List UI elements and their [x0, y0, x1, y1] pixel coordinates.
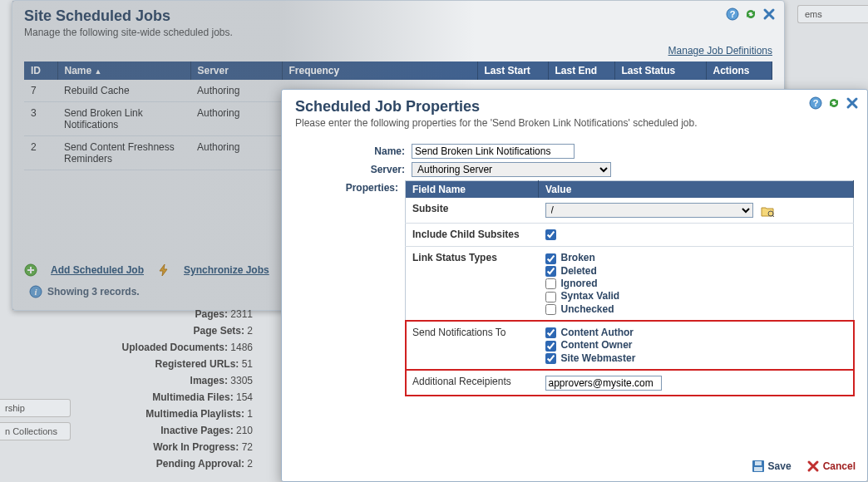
properties-table: Field Name Value Subsite /	[405, 180, 854, 396]
additional-recipients-input[interactable]	[545, 376, 662, 391]
svg-rect-9	[755, 461, 762, 465]
close-icon[interactable]	[762, 7, 776, 21]
send-to-checkbox[interactable]	[545, 353, 556, 364]
name-input[interactable]	[412, 144, 575, 159]
stats-list: Pages: 2311Page Sets: 2Uploaded Document…	[3, 306, 253, 472]
checkbox-label: Syntax Valid	[561, 290, 620, 302]
checkbox-label: Ignored	[561, 278, 598, 289]
col-name[interactable]: Name ▲	[57, 61, 190, 80]
col-last-start[interactable]: Last Start	[477, 61, 548, 80]
svg-text:?: ?	[813, 98, 819, 108]
save-label: Save	[768, 460, 792, 472]
checkbox-label: Content Owner	[561, 339, 633, 351]
refresh-icon[interactable]	[744, 7, 757, 21]
save-icon	[752, 460, 765, 473]
properties-label: Properties:	[295, 180, 405, 194]
col-last-status[interactable]: Last Status	[614, 61, 706, 80]
col-id[interactable]: ID	[24, 61, 57, 80]
lightning-icon	[157, 263, 170, 277]
subsite-label: Subsite	[406, 198, 539, 224]
include-child-label: Include Child Subsites	[406, 224, 539, 247]
svg-text:?: ?	[730, 9, 736, 19]
folder-search-icon[interactable]	[761, 205, 774, 217]
send-to-checkbox[interactable]	[545, 341, 556, 352]
left-nav-fragment: rshipn Collections	[0, 399, 71, 445]
right-tab-fragment: ems	[797, 5, 868, 23]
checkbox-label: Broken	[561, 252, 595, 263]
add-scheduled-job-link[interactable]: Add Scheduled Job	[51, 264, 144, 276]
col-actions[interactable]: Actions	[706, 61, 772, 80]
cancel-button[interactable]: Cancel	[806, 460, 856, 473]
close-icon[interactable]	[846, 96, 859, 110]
showing-text: Showing 3 records.	[47, 286, 140, 298]
server-label: Server:	[295, 162, 412, 175]
job-properties-dialog: ? Scheduled Job Properties Please enter …	[281, 89, 868, 482]
dialog-subtitle: Please enter the following properties fo…	[295, 117, 854, 129]
cancel-label: Cancel	[823, 460, 856, 472]
link-status-checkbox[interactable]	[545, 292, 556, 302]
save-button[interactable]: Save	[752, 460, 792, 473]
svg-rect-10	[754, 467, 762, 471]
add-icon	[24, 263, 37, 277]
row-send-to: Send Notifications To Content AuthorCont…	[406, 321, 854, 370]
col-server[interactable]: Server	[190, 61, 282, 80]
col-name-label: Name	[65, 65, 92, 76]
server-select[interactable]: Authoring Server	[412, 162, 611, 177]
refresh-icon[interactable]	[827, 96, 841, 110]
additional-label: Additional Receipients	[406, 370, 539, 396]
include-child-checkbox[interactable]	[545, 229, 556, 240]
link-status-checkbox[interactable]	[545, 253, 556, 264]
send-to-label: Send Notifications To	[406, 321, 539, 370]
checkbox-label: Site Webmaster	[561, 352, 636, 364]
help-icon[interactable]: ?	[809, 96, 822, 110]
cancel-icon	[806, 460, 820, 473]
link-status-checkbox[interactable]	[545, 278, 556, 289]
col-value: Value	[539, 181, 854, 199]
manage-job-definitions-link[interactable]: Manage Job Definitions	[668, 45, 772, 57]
col-last-end[interactable]: Last End	[548, 61, 614, 80]
help-icon[interactable]: ?	[726, 7, 739, 21]
info-icon: i	[29, 285, 42, 298]
link-status-label: Link Status Types	[406, 247, 539, 322]
col-frequency[interactable]: Frequency	[282, 61, 477, 80]
synchronize-jobs-link[interactable]: Synchronize Jobs	[184, 264, 269, 276]
send-to-checkbox[interactable]	[545, 327, 556, 338]
row-subsite: Subsite /	[406, 198, 854, 224]
checkbox-label: Content Author	[561, 327, 634, 338]
link-status-checkbox[interactable]	[545, 304, 556, 315]
page-title: Site Scheduled Jobs	[24, 7, 772, 25]
row-link-status: Link Status Types BrokenDeletedIgnoredSy…	[406, 247, 854, 322]
dialog-title: Scheduled Job Properties	[295, 98, 854, 116]
col-field-name: Field Name	[406, 181, 539, 199]
page-subtitle: Manage the following site-wide scheduled…	[24, 27, 772, 38]
name-label: Name:	[295, 144, 412, 157]
link-status-checkbox[interactable]	[545, 266, 556, 277]
checkbox-label: Deleted	[561, 265, 597, 277]
subsite-select[interactable]: /	[545, 203, 753, 218]
row-additional: Additional Receipients	[406, 370, 854, 396]
row-include-child: Include Child Subsites	[406, 224, 854, 247]
checkbox-label: Unchecked	[561, 303, 614, 315]
